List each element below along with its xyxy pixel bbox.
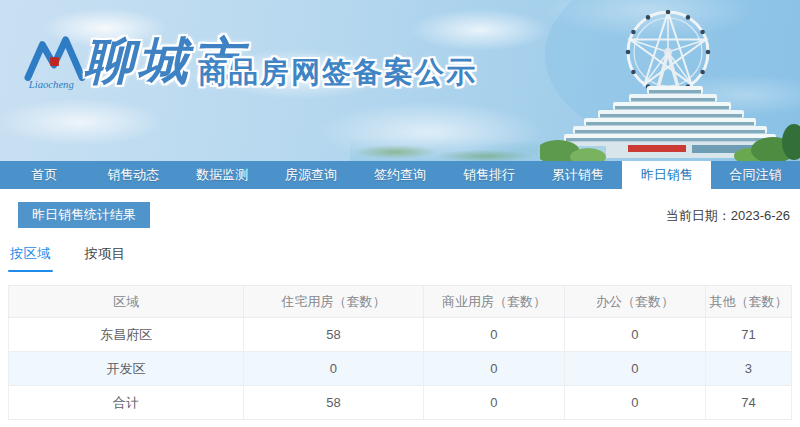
col-header-residential: 住宅用房（套数） [243,286,423,318]
cell-value: 58 [243,318,423,352]
table-row: 东昌府区 58 0 0 71 [9,318,792,352]
cell-value: 0 [564,318,705,352]
main-nav: 首页 销售动态 数据监测 房源查询 签约查询 销售排行 累计销售 昨日销售 合同… [0,161,800,189]
cell-region: 合计 [9,386,244,420]
col-header-office: 办公（套数） [564,286,705,318]
table-header-row: 区域 住宅用房（套数） 商业用房（套数） 办公（套数） 其他（套数） [9,286,792,318]
tab-by-region[interactable]: 按区域 [8,245,53,272]
cell-region: 开发区 [9,352,244,386]
nav-item-total-sales[interactable]: 累计销售 [533,161,622,189]
cell-value: 58 [243,386,423,420]
cell-value: 0 [423,352,564,386]
table-row: 开发区 0 0 0 3 [9,352,792,386]
cell-value: 0 [423,318,564,352]
nav-item-housing-search[interactable]: 房源查询 [267,161,356,189]
nav-item-home[interactable]: 首页 [0,161,89,189]
cell-value: 0 [243,352,423,386]
table-row-total: 合计 58 0 0 74 [9,386,792,420]
col-header-other: 其他（套数） [705,286,791,318]
ferris-wheel-illustration [540,0,800,161]
cell-value: 0 [423,386,564,420]
nav-item-contract-search[interactable]: 签约查询 [356,161,445,189]
page-root: Liaocheng 聊城市 商品房网签备案公示 [0,0,800,427]
cell-value: 74 [705,386,791,420]
col-header-region: 区域 [9,286,244,318]
cell-value: 0 [564,352,705,386]
liaocheng-logo-icon: Liaocheng [24,34,86,92]
svg-text:Liaocheng: Liaocheng [28,79,75,90]
sales-stats-table: 区域 住宅用房（套数） 商业用房（套数） 办公（套数） 其他（套数） 东昌府区 … [8,285,792,420]
cell-region: 东昌府区 [9,318,244,352]
site-subtitle: 商品房网签备案公示 [198,53,477,93]
cell-value: 0 [564,386,705,420]
nav-item-sales-dynamics[interactable]: 销售动态 [89,161,178,189]
nav-item-data-monitor[interactable]: 数据监测 [178,161,267,189]
tab-by-project[interactable]: 按项目 [83,245,128,272]
view-tabs: 按区域 按项目 [8,245,127,272]
nav-item-yesterday-sales[interactable]: 昨日销售 [622,161,711,189]
current-date-label: 当前日期：2023-6-26 [666,207,790,225]
site-banner: Liaocheng 聊城市 商品房网签备案公示 [0,0,800,161]
section-title-badge: 昨日销售统计结果 [18,202,150,228]
col-header-commercial: 商业用房（套数） [423,286,564,318]
nav-item-contract-cancel[interactable]: 合同注销 [711,161,800,189]
cell-value: 71 [705,318,791,352]
cell-value: 3 [705,352,791,386]
nav-item-sales-ranking[interactable]: 销售排行 [444,161,533,189]
